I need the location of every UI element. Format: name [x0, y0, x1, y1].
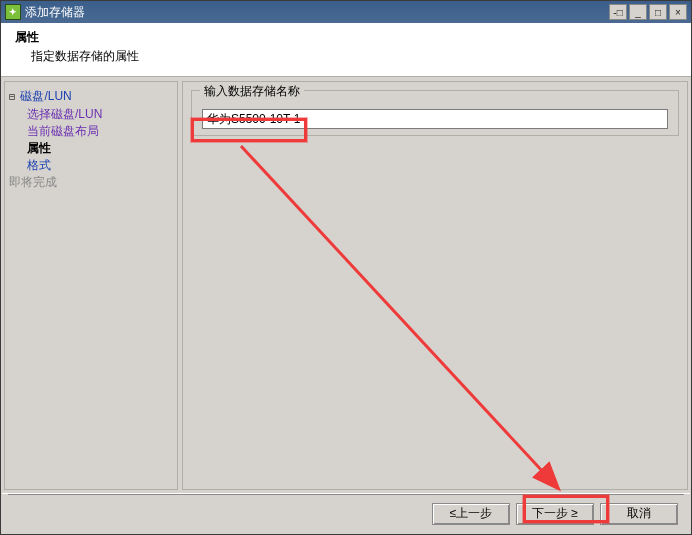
wizard-header: 属性 指定数据存储的属性	[1, 23, 691, 77]
title-bar: ✦ 添加存储器 -□ _ □ ×	[1, 1, 691, 23]
step-properties-current: 属性	[27, 141, 51, 155]
cancel-button[interactable]: 取消	[600, 503, 678, 525]
pin-button[interactable]: -□	[609, 4, 627, 20]
title-button-group: -□ _ □ ×	[609, 4, 687, 20]
step-ready: 即将完成	[9, 175, 57, 189]
tree-item[interactable]: 格式	[27, 157, 173, 173]
page-title: 属性	[15, 29, 677, 46]
step-current-layout[interactable]: 当前磁盘布局	[27, 124, 99, 138]
tree-item[interactable]: 当前磁盘布局	[27, 123, 173, 139]
back-button[interactable]: ≤上一步	[432, 503, 510, 525]
page-subtitle: 指定数据存储的属性	[31, 48, 677, 65]
step-select-disk[interactable]: 选择磁盘/LUN	[27, 107, 102, 121]
tree-collapse-icon[interactable]: ⊟	[9, 91, 15, 102]
close-button[interactable]: ×	[669, 4, 687, 20]
tree-item: 属性	[27, 140, 173, 156]
minimize-button[interactable]: _	[629, 4, 647, 20]
wizard-main-panel: 输入数据存储名称	[182, 81, 688, 490]
tree-root-item[interactable]: ⊟ 磁盘/LUN	[9, 88, 173, 105]
wizard-window: ✦ 添加存储器 -□ _ □ × 属性 指定数据存储的属性 ⊟ 磁盘/LUN 选…	[0, 0, 692, 535]
datastore-name-group: 输入数据存储名称	[191, 90, 679, 136]
tree-item[interactable]: 选择磁盘/LUN	[27, 106, 173, 122]
maximize-button[interactable]: □	[649, 4, 667, 20]
divider	[8, 494, 684, 495]
tree-item: 即将完成	[9, 174, 173, 190]
wizard-steps-sidebar: ⊟ 磁盘/LUN 选择磁盘/LUN 当前磁盘布局 属性 格式 即将完成	[4, 81, 178, 490]
datastore-name-input[interactable]	[202, 109, 668, 129]
step-format[interactable]: 格式	[27, 158, 51, 172]
app-icon: ✦	[5, 4, 21, 20]
wizard-button-row: ≤上一步 下一步 ≥ 取消	[2, 493, 690, 533]
next-button[interactable]: 下一步 ≥	[516, 503, 594, 525]
step-disk-lun[interactable]: 磁盘/LUN	[20, 89, 71, 103]
wizard-body: ⊟ 磁盘/LUN 选择磁盘/LUN 当前磁盘布局 属性 格式 即将完成	[2, 79, 690, 492]
window-title: 添加存储器	[25, 4, 609, 21]
group-label: 输入数据存储名称	[200, 83, 304, 100]
